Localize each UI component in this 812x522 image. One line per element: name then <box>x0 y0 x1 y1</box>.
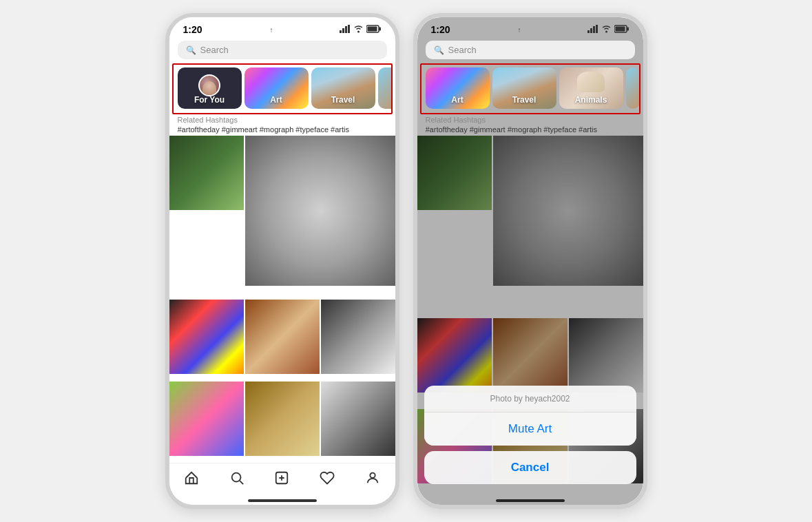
photo-cell-5[interactable] <box>321 300 395 374</box>
status-icons-right <box>587 25 629 34</box>
phone-right: 1:20 ↑ <box>413 13 647 509</box>
svg-point-13 <box>370 473 375 478</box>
nav-profile-left[interactable] <box>365 470 380 486</box>
battery-icon-left <box>366 25 382 34</box>
search-placeholder-left: Search <box>200 45 229 55</box>
search-icon-left: 🔍 <box>186 45 196 55</box>
svg-rect-21 <box>615 27 625 32</box>
screenshot-container: 1:20 ↑ <box>0 0 812 522</box>
bottom-nav-left <box>169 463 395 499</box>
action-sheet-title: Photo by heyach2002 <box>424 386 636 413</box>
photo-cell-1[interactable] <box>169 136 244 210</box>
status-time-left: 1:20 <box>183 24 202 35</box>
categories-row-right: Art Travel Animals <box>421 65 639 113</box>
category-chip-art-right[interactable]: Art <box>426 67 490 109</box>
nav-heart-left[interactable] <box>320 470 335 486</box>
category-chip-art[interactable]: Art <box>244 67 309 109</box>
nav-search-left[interactable] <box>229 470 244 486</box>
svg-rect-17 <box>596 25 598 33</box>
arrow-icon-right: ↑ <box>518 26 521 34</box>
category-chip-travel-right[interactable]: Travel <box>492 67 556 109</box>
svg-rect-20 <box>627 28 629 31</box>
svg-rect-6 <box>379 28 381 31</box>
photo-grid-left <box>169 135 395 463</box>
category-chip-animals-right[interactable]: Animals <box>559 67 623 109</box>
hashtags-text-right: #artoftheday #gimmeart #mograph #typefac… <box>426 125 635 134</box>
chip-label-for-you: For You <box>178 95 242 105</box>
battery-icon-right <box>614 25 629 34</box>
search-placeholder-right: Search <box>448 45 477 55</box>
phone-left: 1:20 ↑ <box>165 13 399 509</box>
svg-point-18 <box>605 31 607 33</box>
photo-cell-8[interactable] <box>321 382 395 456</box>
search-bar-right[interactable]: 🔍 Search <box>426 41 635 59</box>
svg-point-8 <box>232 473 241 482</box>
status-time-right: 1:20 <box>431 24 450 35</box>
photo-cell-6[interactable] <box>169 382 244 456</box>
chip-label-art-right: Art <box>426 95 490 105</box>
status-bar-left: 1:20 ↑ <box>169 17 395 38</box>
chip-label-animals-right: Animals <box>559 95 623 105</box>
action-sheet: Photo by heyach2002 Mute Art Cancel <box>417 386 643 505</box>
hashtags-text-left: #artoftheday #gimmeart #mograph #typefac… <box>178 125 387 134</box>
categories-row-left: For You Art Travel <box>174 65 391 113</box>
svg-rect-7 <box>367 27 377 32</box>
related-label-left: Related Hashtags <box>178 116 387 124</box>
chip-label-travel: Travel <box>311 95 375 105</box>
nav-home-left[interactable] <box>184 470 199 486</box>
related-label-right: Related Hashtags <box>426 116 635 124</box>
svg-line-9 <box>240 481 243 484</box>
arrow-icon-left: ↑ <box>270 26 273 34</box>
nav-add-left[interactable] <box>274 470 289 486</box>
svg-rect-14 <box>587 30 590 33</box>
highlight-region-left: For You Art Travel <box>172 63 393 114</box>
svg-rect-15 <box>590 28 592 33</box>
svg-point-4 <box>357 31 360 33</box>
mute-art-button[interactable]: Mute Art <box>424 413 636 446</box>
category-chip-travel[interactable]: Travel <box>311 67 375 109</box>
action-sheet-main-card: Photo by heyach2002 Mute Art <box>424 386 636 446</box>
category-chip-partial-right <box>626 67 639 109</box>
photo-cell-3[interactable] <box>169 300 244 374</box>
svg-rect-0 <box>340 30 342 33</box>
wifi-icon-right <box>601 25 612 34</box>
search-icon-right: 🔍 <box>434 45 444 55</box>
cancel-button[interactable]: Cancel <box>424 451 636 484</box>
related-hashtags-left: Related Hashtags #artoftheday #gimmeart … <box>169 114 395 135</box>
svg-rect-16 <box>593 26 595 33</box>
chip-label-travel-right: Travel <box>492 95 556 105</box>
search-bar-left[interactable]: 🔍 Search <box>178 41 387 59</box>
related-hashtags-right: Related Hashtags #artoftheday #gimmeart … <box>417 114 643 135</box>
category-chip-for-you[interactable]: For You <box>178 67 242 109</box>
svg-rect-3 <box>348 25 350 33</box>
status-bar-right: 1:20 ↑ <box>417 17 643 38</box>
signal-icon-right <box>587 25 598 34</box>
home-indicator-left <box>248 499 317 502</box>
signal-icon-left <box>340 25 351 34</box>
highlight-region-right: Art Travel Animals <box>420 63 641 114</box>
photo-cell-7[interactable] <box>245 382 320 456</box>
category-chip-partial <box>378 67 391 109</box>
wifi-icon-left <box>353 25 364 34</box>
photo-cell-4[interactable] <box>245 300 320 374</box>
status-icons-left <box>340 25 382 34</box>
svg-rect-2 <box>345 26 347 33</box>
chip-label-art: Art <box>244 95 309 105</box>
photo-cell-2[interactable] <box>245 136 395 286</box>
svg-rect-1 <box>342 28 344 33</box>
